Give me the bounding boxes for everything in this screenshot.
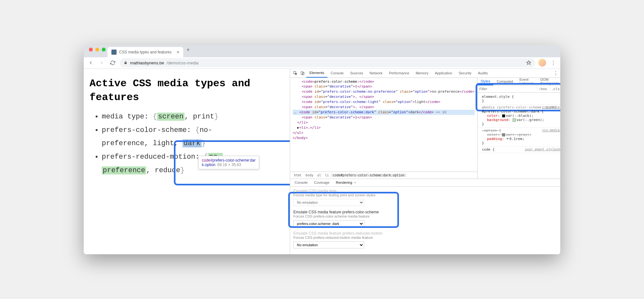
devtools-tab-sources[interactable]: Sources bbox=[347, 69, 366, 78]
devtools-split: <code>prefers-color-scheme:</code><span … bbox=[290, 78, 560, 179]
traffic-lights bbox=[87, 48, 108, 55]
breadcrumb[interactable]: htmlbodyullicode#prefers-color-scheme:da… bbox=[290, 172, 477, 179]
tooltip-dims: 69.16 × 35.63 bbox=[217, 163, 241, 167]
main-split: Active CSS media types and features medi… bbox=[84, 69, 560, 254]
minimize-window-icon[interactable] bbox=[95, 48, 99, 51]
styles-tab-styles[interactable]: Styles bbox=[478, 78, 494, 85]
devtools-tab-network[interactable]: Network bbox=[366, 69, 386, 78]
drawer-select[interactable]: No emulation bbox=[293, 199, 364, 206]
devtools-tab-console[interactable]: Console bbox=[327, 69, 347, 78]
reload-button[interactable] bbox=[109, 59, 117, 67]
css-rule[interactable]: css-media:18@media (prefers-color-scheme… bbox=[478, 105, 561, 128]
bookmark-icon[interactable] bbox=[526, 60, 531, 65]
lock-icon bbox=[124, 61, 128, 65]
styles-body[interactable]: element.style {}css-media:18@media (pref… bbox=[478, 93, 561, 179]
styles-filter-bar: :hov.cls+ bbox=[478, 86, 561, 93]
page-heading: Active CSS media types and features bbox=[90, 77, 284, 104]
tab-title: CSS media types and features bbox=[119, 50, 172, 54]
devtools-drawer: ConsoleCoverageRendering×× Emulate CSS m… bbox=[290, 179, 560, 254]
devtools-tab-audits[interactable]: Audits bbox=[475, 69, 491, 78]
breadcrumb-item[interactable]: li bbox=[323, 173, 331, 177]
drawer-tab-rendering[interactable]: Rendering bbox=[333, 179, 355, 186]
dom-line[interactable]: <code>prefers-color-scheme:</code> bbox=[293, 79, 475, 84]
list-item: media type: {screen, print} bbox=[102, 110, 284, 124]
breadcrumb-item[interactable]: code#prefers-color-scheme:dark.option bbox=[331, 173, 406, 177]
devtools-menu-icon[interactable]: ⋮ bbox=[552, 70, 560, 76]
devtools-tab-performance[interactable]: Performance bbox=[386, 69, 412, 78]
breadcrumb-item[interactable]: body bbox=[304, 173, 315, 177]
dom-tree[interactable]: <code>prefers-color-scheme:</code><span … bbox=[290, 78, 477, 172]
menu-button[interactable]: ⋮ bbox=[549, 60, 557, 66]
dom-line[interactable]: …<code id="prefers-color-scheme:dark" cl… bbox=[293, 110, 475, 115]
css-rule[interactable]: css-media:13.option {color: var(--gray);… bbox=[478, 128, 561, 147]
forward-button[interactable] bbox=[98, 59, 106, 67]
drawer-tab-coverage[interactable]: Coverage bbox=[311, 179, 333, 186]
list-item: prefers-color-scheme: {no-preference, li… bbox=[102, 124, 284, 151]
browser-tab[interactable]: CSS media types and features × bbox=[108, 47, 183, 57]
titlebar: CSS media types and features × + bbox=[84, 45, 560, 57]
dom-line[interactable]: ▶<li>…</li> bbox=[293, 125, 475, 130]
address-domain: mathiasbynens.be bbox=[130, 61, 164, 65]
dom-line[interactable]: </li> bbox=[293, 120, 475, 125]
styles-filter-input[interactable] bbox=[478, 87, 536, 91]
drawer-section: Emulate CSS media feature prefers-reduce… bbox=[293, 231, 560, 248]
drawer-tab-console[interactable]: Console bbox=[291, 179, 311, 186]
new-tab-button[interactable]: + bbox=[183, 47, 193, 55]
drawer-tab-close-icon[interactable]: × bbox=[354, 181, 356, 184]
tooltip-tag: code bbox=[202, 158, 210, 163]
drawer-section: Emulate CSS media feature prefers-color-… bbox=[293, 210, 560, 227]
styles-pane: StylesComputedEvent ListenersDOM Breakpo… bbox=[478, 78, 561, 179]
styles-tab-computed[interactable]: Computed bbox=[493, 78, 516, 85]
styles-pill[interactable]: :hov bbox=[536, 87, 549, 91]
close-tab-icon[interactable]: × bbox=[177, 50, 179, 55]
drawer-section: Emulate CSS media typeForces media type … bbox=[293, 189, 560, 206]
profile-avatar[interactable] bbox=[538, 59, 546, 67]
browser-window: CSS media types and features × + mathias… bbox=[84, 45, 560, 254]
css-rule[interactable]: element.style {} bbox=[478, 94, 561, 105]
devtools-tab-security[interactable]: Security bbox=[455, 69, 475, 78]
dom-line[interactable]: <span class="decorative">, </span> bbox=[293, 94, 475, 99]
favicon-icon bbox=[111, 50, 117, 55]
devtools-tab-memory[interactable]: Memory bbox=[412, 69, 432, 78]
devtools-tab-application[interactable]: Application bbox=[432, 69, 456, 78]
styles-tab-event-listeners[interactable]: Event Listeners bbox=[516, 78, 537, 85]
dom-line[interactable]: <code id="prefers-color-scheme:no-prefer… bbox=[293, 89, 475, 94]
devtools-tab-elements[interactable]: Elements bbox=[306, 69, 327, 78]
toolbar: mathiasbynens.be/demo/css-media ⋮ bbox=[84, 57, 560, 69]
page-content: Active CSS media types and features medi… bbox=[84, 69, 290, 254]
dom-line[interactable]: </ul> bbox=[293, 130, 475, 135]
maximize-window-icon[interactable] bbox=[102, 48, 106, 51]
close-window-icon[interactable] bbox=[89, 48, 93, 51]
styles-tabs: StylesComputedEvent ListenersDOM Breakpo… bbox=[478, 78, 561, 86]
styles-tab-dom-breakpoints[interactable]: DOM Breakpoints bbox=[537, 78, 560, 85]
breadcrumb-item[interactable]: ul bbox=[315, 173, 323, 177]
address-path: /demo/css-media bbox=[167, 61, 199, 65]
dom-pane: <code>prefers-color-scheme:</code><span … bbox=[290, 78, 478, 179]
address-bar[interactable]: mathiasbynens.be/demo/css-media bbox=[120, 58, 535, 67]
dom-line[interactable]: <span class="decorative">}</span> bbox=[293, 115, 475, 120]
drawer-tabs: ConsoleCoverageRendering×× bbox=[290, 179, 560, 187]
drawer-select[interactable]: No emulation bbox=[293, 241, 364, 248]
breadcrumb-item[interactable]: html bbox=[292, 173, 304, 177]
dom-line[interactable]: <code id="prefers-color-scheme:light" cl… bbox=[293, 99, 475, 105]
drawer-body: Emulate CSS media typeForces media type … bbox=[290, 187, 560, 254]
styles-pill[interactable]: .cls bbox=[549, 87, 560, 91]
device-icon[interactable] bbox=[299, 70, 306, 76]
inspect-icon[interactable] bbox=[292, 70, 298, 76]
dom-line[interactable]: <span class="decorative">, </span> bbox=[293, 105, 475, 110]
devtools-tabs: ElementsConsoleSourcesNetworkPerformance… bbox=[290, 69, 560, 78]
css-rule[interactable]: user agent stylesheetcode { bbox=[478, 147, 561, 153]
drawer-select[interactable]: prefers-color-scheme: dark bbox=[293, 220, 364, 227]
back-button[interactable] bbox=[87, 59, 95, 67]
dom-line[interactable]: <span class="decorative">{</span> bbox=[293, 84, 475, 89]
element-tooltip: code#prefers-color-scheme:dark.option69.… bbox=[198, 156, 259, 169]
dom-line[interactable]: </body> bbox=[293, 135, 475, 141]
devtools: ElementsConsoleSourcesNetworkPerformance… bbox=[290, 69, 560, 254]
